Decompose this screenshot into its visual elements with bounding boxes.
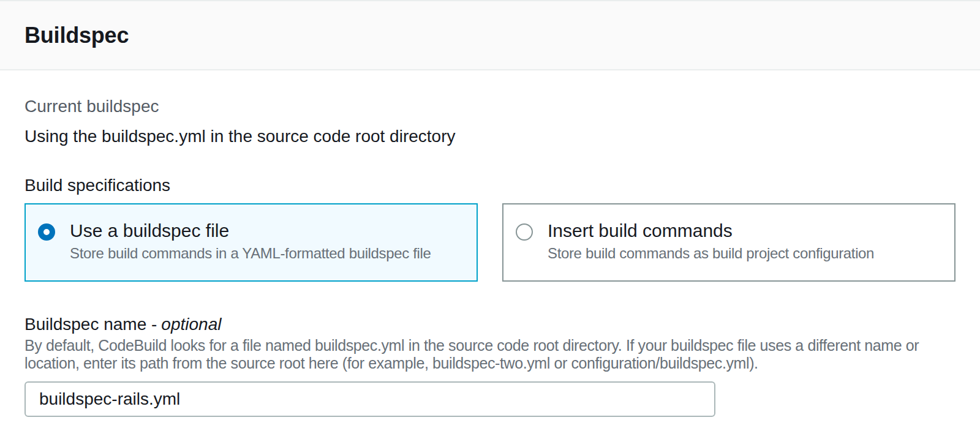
tile-description: Store build commands as build project co…	[548, 244, 874, 263]
buildspec-name-section: Buildspec name -optional By default, Cod…	[24, 313, 956, 417]
panel-header: Buildspec	[0, 0, 980, 70]
radio-unselected-icon[interactable]	[516, 223, 533, 241]
panel-body: Current buildspec Using the buildspec.ym…	[0, 70, 980, 417]
build-specifications-tiles: Use a buildspec file Store build command…	[24, 203, 956, 282]
current-buildspec-label: Current buildspec	[24, 96, 956, 117]
buildspec-name-description: By default, CodeBuild looks for a file n…	[24, 337, 956, 372]
tile-text: Insert build commands Store build comman…	[548, 219, 874, 263]
tile-use-buildspec-file[interactable]: Use a buildspec file Store build command…	[24, 203, 478, 282]
radio-selected-icon[interactable]	[38, 223, 55, 241]
optional-label: optional	[161, 315, 221, 334]
tile-description: Store build commands in a YAML-formatted…	[70, 244, 431, 263]
tile-text: Use a buildspec file Store build command…	[70, 219, 431, 263]
buildspec-name-input[interactable]	[24, 381, 715, 417]
tile-title: Use a buildspec file	[70, 219, 431, 242]
panel-title: Buildspec	[24, 23, 129, 48]
buildspec-name-label-text: Buildspec name -	[24, 315, 157, 334]
build-specifications-label: Build specifications	[24, 175, 956, 196]
current-buildspec-value: Using the buildspec.yml in the source co…	[24, 126, 956, 147]
tile-title: Insert build commands	[548, 219, 874, 242]
buildspec-name-label: Buildspec name -optional	[24, 313, 956, 335]
tile-insert-build-commands[interactable]: Insert build commands Store build comman…	[502, 203, 956, 282]
